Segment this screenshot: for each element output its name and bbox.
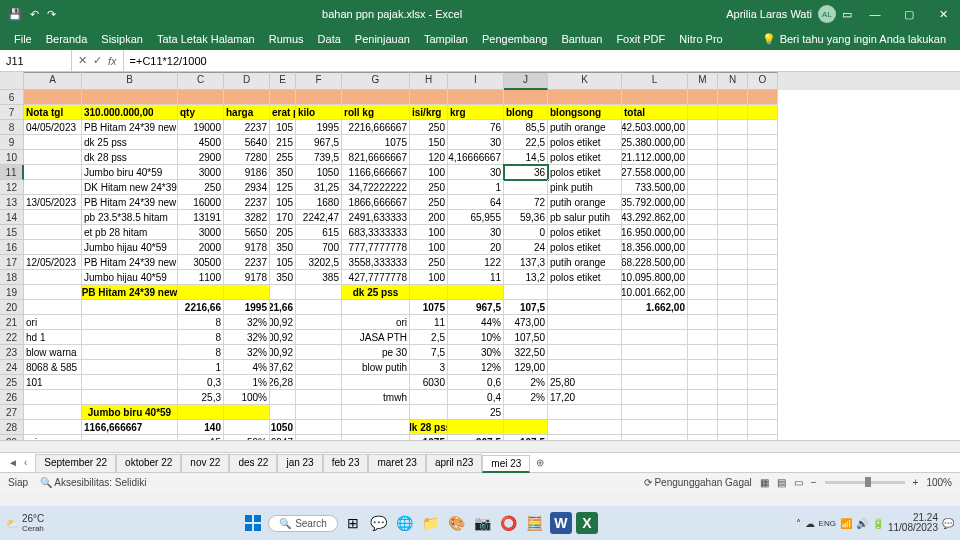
row-header[interactable]: 21 — [0, 315, 24, 330]
cell[interactable]: 30500 — [178, 255, 224, 270]
cell[interactable]: isi/krg — [410, 105, 448, 120]
redo-icon[interactable]: ↷ — [47, 8, 56, 21]
cell[interactable] — [688, 210, 718, 225]
col-header-C[interactable]: C — [178, 72, 224, 90]
cell[interactable]: 17,20 — [548, 390, 622, 405]
cell[interactable]: 35.792.000,00 — [622, 195, 688, 210]
cell[interactable] — [622, 420, 688, 435]
cell[interactable]: 21.112.000,00 — [622, 150, 688, 165]
cell[interactable]: 100 — [410, 225, 448, 240]
formula-bar[interactable] — [124, 55, 960, 67]
cell[interactable]: 31,25 — [296, 180, 342, 195]
cell[interactable] — [504, 285, 548, 300]
cell[interactable] — [410, 405, 448, 420]
cell[interactable]: pb 23.5*38.5 hitam — [82, 210, 178, 225]
cell[interactable]: 215 — [270, 135, 296, 150]
minimize-button[interactable]: — — [858, 0, 892, 28]
undo-icon[interactable]: ↶ — [30, 8, 39, 21]
cell[interactable] — [622, 315, 688, 330]
row-header[interactable]: 24 — [0, 360, 24, 375]
cell[interactable]: Jumbo hijau 40*59 — [82, 240, 178, 255]
cell[interactable] — [688, 195, 718, 210]
cell[interactable] — [688, 180, 718, 195]
row-header[interactable]: 23 — [0, 345, 24, 360]
cell[interactable] — [622, 360, 688, 375]
cell[interactable] — [410, 90, 448, 105]
chat-icon[interactable]: 💬 — [368, 512, 390, 534]
cell[interactable]: 25,3 — [178, 390, 224, 405]
cell[interactable]: 250 — [410, 255, 448, 270]
cell[interactable] — [24, 405, 82, 420]
cell[interactable] — [688, 240, 718, 255]
cell[interactable] — [748, 390, 778, 405]
cell[interactable] — [448, 90, 504, 105]
cell[interactable]: 5650 — [224, 225, 270, 240]
cell[interactable]: 11 — [410, 315, 448, 330]
sheet-tab[interactable]: oktober 22 — [116, 454, 181, 472]
cell[interactable] — [410, 285, 448, 300]
cell[interactable] — [504, 420, 548, 435]
cell[interactable] — [748, 420, 778, 435]
cell[interactable] — [748, 375, 778, 390]
cell[interactable]: 100 — [410, 270, 448, 285]
cell[interactable] — [548, 285, 622, 300]
row-header[interactable]: 10 — [0, 150, 24, 165]
word-icon[interactable]: W — [550, 512, 572, 534]
view-break-icon[interactable]: ▭ — [794, 477, 803, 488]
cell[interactable]: 1 — [448, 180, 504, 195]
cell[interactable] — [622, 390, 688, 405]
cell[interactable]: 34,72222222 — [342, 180, 410, 195]
cell[interactable]: PB Hitam 24*39 new — [82, 285, 178, 300]
cell[interactable]: putih orange — [548, 120, 622, 135]
cell[interactable]: 85,5 — [504, 120, 548, 135]
cell[interactable]: 2237 — [224, 120, 270, 135]
horizontal-scrollbar[interactable] — [0, 440, 960, 452]
cell[interactable]: 615 — [296, 225, 342, 240]
cell[interactable]: 700,92 — [270, 315, 296, 330]
col-header-L[interactable]: L — [622, 72, 688, 90]
cell[interactable]: PB Hitam 24*39 new — [82, 255, 178, 270]
cell[interactable] — [548, 420, 622, 435]
cell[interactable] — [688, 120, 718, 135]
cell[interactable]: polos etiket — [548, 135, 622, 150]
cell[interactable] — [178, 405, 224, 420]
cell[interactable]: 0,6 — [448, 375, 504, 390]
cell[interactable]: 4% — [224, 360, 270, 375]
cell[interactable] — [178, 285, 224, 300]
col-header-D[interactable]: D — [224, 72, 270, 90]
cell[interactable] — [24, 225, 82, 240]
weather-widget[interactable]: ⛅ 26°CCerah — [6, 513, 44, 533]
cell[interactable] — [24, 300, 82, 315]
tray-volume-icon[interactable]: 🔊 — [856, 518, 868, 529]
cell[interactable] — [748, 165, 778, 180]
cell[interactable]: 36 — [504, 165, 548, 180]
sheet-tab[interactable]: april n23 — [426, 454, 482, 472]
tray-notif-icon[interactable]: 💬 — [942, 518, 954, 529]
sheet-tab[interactable]: feb 23 — [323, 454, 369, 472]
sheet-tab[interactable]: maret 23 — [368, 454, 425, 472]
cell[interactable]: 5640 — [224, 135, 270, 150]
cell[interactable] — [748, 315, 778, 330]
cell[interactable] — [688, 375, 718, 390]
cell[interactable]: 700,92 — [270, 330, 296, 345]
cell[interactable]: 12% — [448, 360, 504, 375]
cell[interactable] — [718, 165, 748, 180]
cell[interactable] — [24, 135, 82, 150]
cell[interactable]: 68.228.500,00 — [622, 255, 688, 270]
cell[interactable]: 150 — [410, 135, 448, 150]
row-header[interactable]: 26 — [0, 390, 24, 405]
cell[interactable]: 25,80 — [548, 375, 622, 390]
cell[interactable] — [296, 285, 342, 300]
cell[interactable]: 4500 — [178, 135, 224, 150]
cell[interactable] — [342, 375, 410, 390]
sheet-tab[interactable]: September 22 — [35, 454, 116, 472]
cell[interactable]: 350 — [270, 165, 296, 180]
cell[interactable]: 42.503.000,00 — [622, 120, 688, 135]
cell[interactable] — [688, 150, 718, 165]
cell[interactable]: 3202,5 — [296, 255, 342, 270]
cell[interactable]: Jumbo biru 40*59 — [82, 405, 178, 420]
cell[interactable] — [688, 255, 718, 270]
cell[interactable] — [718, 255, 748, 270]
cell[interactable]: 100 — [410, 165, 448, 180]
cell[interactable]: 30 — [448, 135, 504, 150]
